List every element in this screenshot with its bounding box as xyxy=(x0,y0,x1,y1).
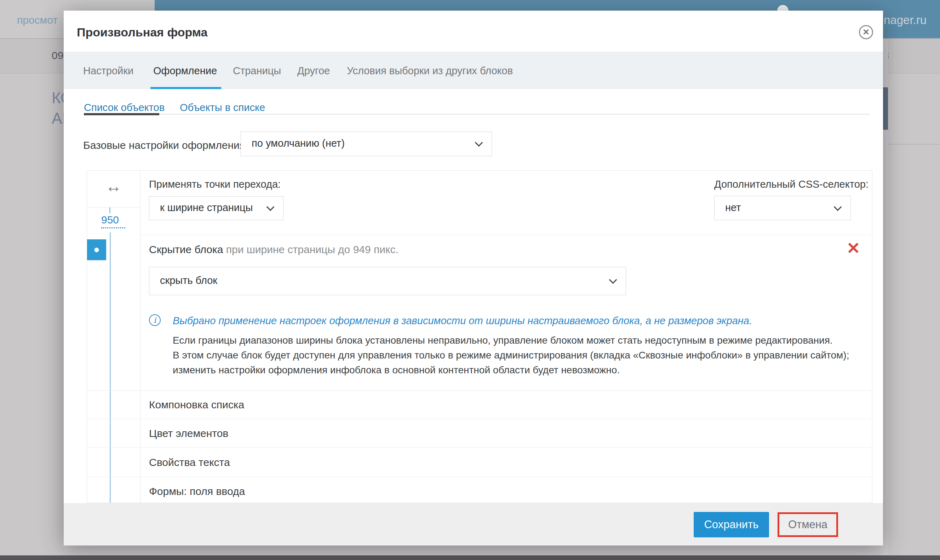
resize-width-icon: ↔ xyxy=(87,177,140,196)
divider xyxy=(140,235,872,235)
chevron-down-icon xyxy=(609,276,617,284)
tab-drugoe[interactable]: Другое xyxy=(297,65,330,77)
background-time: 09 xyxy=(52,49,63,62)
tabs-bar: Настройки Оформление Страницы Другое Усл… xyxy=(64,52,883,89)
subtab-spisok-obektov[interactable]: Список объектов xyxy=(84,102,165,114)
active-subtab-underline xyxy=(84,113,159,115)
breakpoint-settings-box: ↔ 950 Применять точки перехода: к ширине… xyxy=(87,171,872,503)
subtab-track-line xyxy=(159,114,870,115)
divider xyxy=(140,171,140,503)
site-domain-label: nager.ru xyxy=(884,14,926,27)
active-tab-underline xyxy=(150,87,221,89)
css-selector-label: Дополнительный CSS-селектор: xyxy=(714,178,869,190)
warning-line: В этом случае блок будет доступен для уп… xyxy=(173,348,872,363)
divider xyxy=(87,207,140,208)
section-row-svoystva[interactable]: Свойства текста xyxy=(149,456,230,468)
breakpoint-timeline xyxy=(110,232,111,503)
chevron-down-icon xyxy=(267,203,275,211)
warning-line: изменить настройки оформления инфоблока … xyxy=(173,363,872,378)
warning-line: Если границы диапазонов ширины блока уст… xyxy=(173,333,872,348)
tab-usloviya-vyborki[interactable]: Условия выборки из других блоков xyxy=(347,65,513,77)
marker-dot-icon xyxy=(94,248,99,252)
tab-stranitsy[interactable]: Страницы xyxy=(233,65,281,77)
background-page-footer xyxy=(0,555,940,560)
transition-points-label: Применять точки перехода: xyxy=(149,178,281,190)
breakpoint-marker[interactable] xyxy=(87,239,106,260)
section-row-formy[interactable]: Формы: поля ввода xyxy=(149,485,245,497)
css-selector-value: нет xyxy=(725,202,741,214)
delete-breakpoint-icon[interactable]: ✕ xyxy=(847,240,860,256)
cancel-button[interactable]: Отмена xyxy=(778,512,838,537)
breakpoint-dotted-line xyxy=(101,227,125,228)
section-row-tsvet[interactable]: Цвет элементов xyxy=(149,428,228,440)
hide-block-title-condition: при ширине страницы до 949 пикс. xyxy=(223,244,398,255)
warning-text: Если границы диапазонов ширины блока уст… xyxy=(173,333,872,378)
breakpoint-tick xyxy=(110,208,110,213)
close-icon[interactable]: ✕ xyxy=(859,25,873,39)
breakpoint-value[interactable]: 950 xyxy=(101,214,119,226)
custom-form-dialog: Произвольная форма ✕ Настройки Оформлени… xyxy=(64,11,883,546)
hide-block-title-main: Скрытие блока xyxy=(149,244,223,255)
hide-block-title: Скрытие блока при ширине страницы до 949… xyxy=(149,244,398,256)
base-settings-select[interactable]: по умолчанию (нет) xyxy=(241,132,492,156)
base-settings-label: Базовые настройки оформления: xyxy=(83,139,248,152)
divider xyxy=(87,390,872,391)
tab-oformlenie[interactable]: Оформление xyxy=(153,65,217,77)
dialog-footer: Сохранить Отмена xyxy=(64,503,883,546)
close-x-glyph: ✕ xyxy=(863,27,870,37)
info-note: Выбрано применение настроек оформления в… xyxy=(173,315,752,327)
divider xyxy=(87,477,872,477)
chevron-down-icon xyxy=(475,138,483,147)
css-selector-select[interactable]: нет xyxy=(714,196,851,220)
subtab-obekty-v-spiske[interactable]: Объекты в списке xyxy=(180,102,265,114)
section-row-komponovka[interactable]: Компоновка списка xyxy=(149,399,244,411)
hide-block-select[interactable]: скрыть блок xyxy=(149,267,626,295)
tab-nastroyki[interactable]: Настройки xyxy=(83,65,133,77)
divider xyxy=(883,144,940,145)
divider xyxy=(87,447,872,448)
info-icon: i xyxy=(149,314,161,326)
base-settings-value: по умолчанию (нет) xyxy=(252,137,345,149)
chevron-down-icon xyxy=(834,203,842,211)
screen: просмот nager.ru 09 3 КО AI Произвольная… xyxy=(0,0,940,560)
hide-block-value: скрыть блок xyxy=(160,275,217,286)
divider xyxy=(87,418,872,419)
background-link: просмот xyxy=(17,14,58,26)
info-i-glyph: i xyxy=(154,316,156,325)
transition-points-select[interactable]: к ширине страницы xyxy=(149,196,284,220)
dialog-title: Произвольная форма xyxy=(77,25,207,39)
save-button[interactable]: Сохранить xyxy=(694,512,769,537)
transition-points-value: к ширине страницы xyxy=(160,202,253,214)
